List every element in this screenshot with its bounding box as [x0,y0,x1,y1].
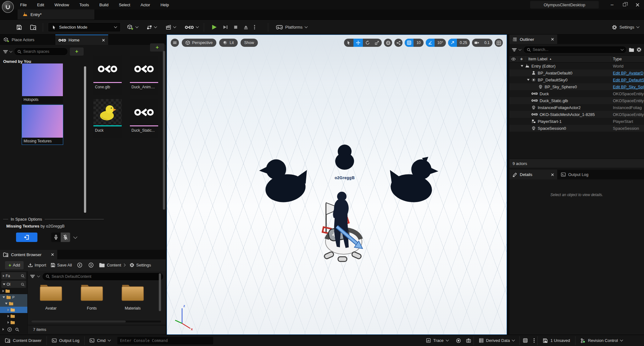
menu-item-edit[interactable]: Edit [37,3,44,7]
outliner-search[interactable] [523,46,627,53]
save-all-button[interactable]: Save All [51,263,72,267]
play-button[interactable] [211,24,217,30]
chevron-down-icon[interactable] [9,49,13,52]
tab-content-browser[interactable]: Content Browser [0,250,57,259]
add-button[interactable]: + Add [5,261,24,269]
frame-skip-button[interactable] [223,25,228,30]
edit-blueprint-link[interactable]: Edit BP_AvatarD [611,71,644,75]
tab-place-actors[interactable]: Place Actors [0,35,55,45]
show-dropdown[interactable]: Show [241,39,258,47]
minimize-button[interactable]: – [611,2,613,8]
outliner-row-skysphere[interactable]: BP_Sky_Sphere0 Edit BP_Sky_Spl [509,83,644,90]
cb-sources-header[interactable]: Ol [1,281,26,288]
menu-item-tools[interactable]: Tools [80,3,89,7]
camera-speed-button[interactable] [472,39,481,47]
scale-snap-value[interactable]: 0.25 [457,39,470,47]
close-icon[interactable] [551,38,554,41]
outliner-row-entry[interactable]: Entry (Editor) World [509,63,644,69]
expand-sources-button[interactable] [3,328,4,331]
content-drawer-button[interactable]: Content Drawer [0,335,47,346]
add-actor-dropdown[interactable] [127,20,138,35]
browse-button[interactable] [30,25,36,30]
item-label-column[interactable]: Item Label▲ [526,57,611,61]
save-button[interactable] [16,25,22,30]
insights-button[interactable] [520,335,531,346]
add-asset-button[interactable]: + [150,43,164,52]
outliner-search-input[interactable] [533,47,619,52]
status-kebab[interactable] [531,335,537,346]
close-icon[interactable] [102,39,105,42]
revision-control-dropdown[interactable]: Revision Control [575,335,628,346]
eye-icon[interactable] [511,57,516,61]
derived-data-dropdown[interactable]: Derived Data [474,335,520,346]
import-button[interactable]: Import [28,263,46,267]
pin-column-icon[interactable]: ∗ [518,57,526,61]
mic-off-button[interactable] [61,233,70,242]
breadcrumb[interactable]: Content [99,263,125,267]
outliner-row-spacesession[interactable]: SpaceSession0 SpaceSession [509,125,644,132]
select-tool-button[interactable] [344,39,353,47]
tab-outliner[interactable]: Outliner [509,35,557,44]
surface-snap-button[interactable] [384,39,392,47]
maximize-viewport-button[interactable] [495,39,503,47]
audio-options-chevron[interactable] [73,235,77,239]
scale-snap-toggle[interactable] [448,39,457,47]
folder-avatar[interactable]: Avatar [35,283,67,310]
perspective-dropdown[interactable]: Perspective [182,39,216,47]
cmd-dropdown[interactable]: Cmd [85,335,115,346]
cb-tree-row[interactable] [0,288,27,294]
add-source-button[interactable] [7,327,12,332]
settings-dropdown[interactable]: Settings [612,20,639,35]
outliner-row-avatar[interactable]: BP_AvatarDefault0 Edit BP_AvatarD [509,69,644,76]
cb-search-input[interactable] [52,274,160,279]
cb-tree-row[interactable] [0,313,27,319]
expand-caret[interactable] [521,65,523,67]
close-button[interactable] [636,3,640,7]
edit-blueprint-link[interactable]: Edit BP_Sky_Spl [611,85,644,89]
cb-horizontal-scrollbar[interactable] [31,321,161,322]
cb-favorites-header[interactable]: Fa [1,272,26,279]
selection-mode-dropdown[interactable]: Selection Mode [48,22,121,32]
chevron-down-icon[interactable] [621,47,624,51]
cb-tree-row[interactable] [0,300,27,307]
add-space-button[interactable]: + [70,47,84,56]
angle-snap-value[interactable]: 10° [435,39,446,47]
outliner-row-playerstart[interactable]: PlayerStart-1 PlayerStart [509,118,644,125]
asset-tile-duck-anim[interactable]: Duck_Anim.... [130,56,158,95]
filter-icon[interactable] [512,47,517,52]
space-tile-missing-textures[interactable]: Missing Textures [22,105,63,145]
viewport-menu-button[interactable] [171,39,179,47]
tab-output-log[interactable]: Output Log [557,170,604,179]
menu-item-file[interactable]: File [20,3,27,7]
camera-speed-value[interactable]: 0.1 [481,39,492,47]
outliner-row-duckstatic[interactable]: Duck_Static.glb OKOSpaceEntity [509,97,644,104]
outliner-row-duck[interactable]: Duck OKOSpaceEntity [509,90,644,97]
record-button[interactable] [453,335,464,346]
spaces-search-input[interactable] [23,49,64,54]
menu-item-select[interactable]: Select [119,3,130,7]
cb-tree-row[interactable]: P [0,294,27,300]
leave-space-button[interactable] [16,233,37,242]
tab-details[interactable]: Details [509,170,557,179]
edit-blueprint-link[interactable]: Edit BP_DefaultS [611,78,644,82]
outliner-row-foliage[interactable]: InstancedFoliageActor2 InstancedFoliag [509,104,644,111]
cb-settings-button[interactable]: Settings [130,263,151,267]
menu-item-build[interactable]: Build [99,3,108,7]
restore-button[interactable] [623,3,626,6]
chevron-down-icon[interactable] [37,274,40,277]
cb-search[interactable] [42,272,164,281]
asset-tile-duck-static[interactable]: Duck_Static... [130,99,158,138]
trace-dropdown[interactable]: Trace [421,335,453,346]
outliner-settings-button[interactable] [636,47,641,52]
tab-level-entry[interactable]: Entry* [18,9,94,19]
filter-icon[interactable] [30,274,35,279]
grid-snap-value[interactable]: 10 [414,39,423,47]
space-tile-hotspots[interactable]: Hotspots [22,63,63,103]
unsaved-button[interactable]: 1 Unsaved [538,335,575,346]
screenshot-button[interactable] [464,335,474,346]
search-icon[interactable] [15,327,19,332]
cb-vertical-scrollbar[interactable] [159,273,161,318]
expand-caret[interactable] [527,79,530,81]
chevron-down-icon[interactable] [519,47,522,51]
cinematics-dropdown[interactable] [166,20,176,35]
